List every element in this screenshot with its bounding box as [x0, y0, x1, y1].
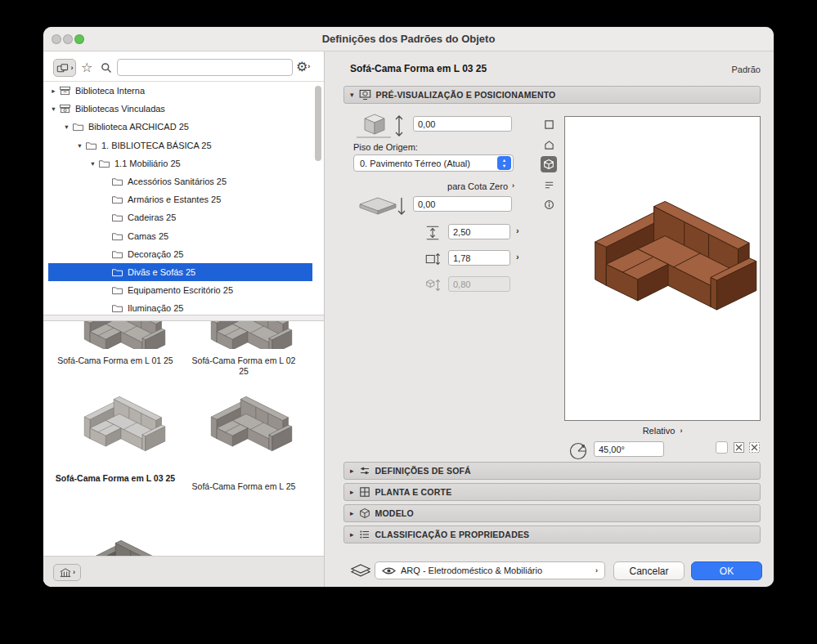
thumbnail-label[interactable]: Sofá-Cama Forma em L 25	[187, 481, 300, 492]
disclosure-triangle[interactable]: ▾	[88, 159, 98, 168]
folder-icon	[111, 285, 126, 295]
tree-scrollbar[interactable]	[314, 84, 322, 310]
library-settings-button[interactable]: ›	[53, 564, 81, 581]
tree-item[interactable]: Cadeiras 25	[48, 208, 312, 226]
panel-splitter[interactable]	[43, 315, 324, 321]
favorites-button[interactable]: ☆	[81, 60, 92, 75]
section-plan-section[interactable]: ▸ PLANTA E CORTE	[343, 483, 761, 501]
flip-horizontal-icon[interactable]	[733, 441, 745, 454]
section-model[interactable]: ▸ MODELO	[343, 504, 761, 522]
chevron-right-icon: ›	[680, 427, 682, 435]
object-settings-dialog: Definições dos Padrões do Objeto › ☆ ⚙	[43, 27, 774, 587]
object-thumbnail-l02[interactable]	[193, 321, 293, 349]
rotation-angle-input[interactable]	[594, 441, 664, 457]
object-thumbnail-l03-selected[interactable]	[66, 383, 166, 468]
home-story-value: 0. Pavimento Térreo (Atual)	[360, 159, 470, 168]
width-chevron-button[interactable]: ›	[516, 226, 519, 235]
object-3d-preview[interactable]	[564, 116, 761, 421]
tree-item-label: Camas 25	[126, 231, 168, 241]
chevron-right-icon: ›	[595, 567, 598, 575]
tree-item-label: Equipamento Escritório 25	[126, 285, 233, 295]
search-input[interactable]	[117, 59, 293, 76]
folder-icon	[111, 195, 126, 204]
section-collapsed-chevron-icon: ▸	[350, 489, 354, 496]
object-thumbnail-l25[interactable]	[193, 382, 293, 463]
layers-icon	[350, 563, 371, 579]
tree-item[interactable]: ▸ Biblioteca Interna	[48, 82, 312, 100]
section-preview-positioning[interactable]: ▾ PRÉ-VISUALIZAÇÃO E POSICIONAMENTO	[343, 86, 761, 104]
thumbnail-label[interactable]: Sofá-Cama Forma em L 02 25	[187, 356, 300, 377]
elevation-input[interactable]	[413, 116, 512, 132]
dimension-width-input[interactable]	[448, 224, 510, 239]
object-thumbnail-partial[interactable]	[66, 519, 168, 556]
front-view-icon	[544, 140, 554, 150]
mirror-checkbox[interactable]	[716, 441, 728, 454]
ok-button[interactable]: OK	[691, 561, 762, 580]
eye-icon	[382, 566, 396, 575]
tree-item[interactable]: ▾ Bibliotecas Vinculadas	[48, 100, 312, 118]
section-label: CLASSIFICAÇÃO E PROPRIEDADES	[375, 530, 530, 539]
home-story-label: Piso de Origem:	[353, 142, 418, 152]
section-sofa-settings[interactable]: ▸ DEFINIÇÕES DE SOFÁ	[343, 462, 761, 480]
thumbnail-label[interactable]: Sofá-Cama Forma em L 01 25	[50, 356, 181, 366]
object-thumbnail-l01[interactable]	[66, 321, 166, 349]
gear-icon: ⚙	[296, 59, 307, 74]
tree-item[interactable]: Camas 25	[48, 227, 312, 245]
section-label: DEFINIÇÕES DE SOFÁ	[375, 466, 471, 476]
tree-item[interactable]: ▾ Biblioteca ARCHICAD 25	[48, 118, 312, 136]
search-button[interactable]	[101, 62, 112, 74]
section-classification[interactable]: ▸ CLASSIFICAÇÃO E PROPRIEDADES	[343, 525, 761, 543]
preview-mode-front-button[interactable]	[541, 137, 556, 152]
to-sea-level-button[interactable]: para Cota Zero ›	[413, 179, 514, 193]
tree-item-label: Decoração 25	[126, 249, 184, 259]
section-label: PLANTA E CORTE	[375, 487, 452, 497]
disclosure-triangle[interactable]: ▾	[61, 123, 72, 131]
screen-background: Definições dos Padrões do Objeto › ☆ ⚙	[0, 0, 817, 644]
tree-item[interactable]: Divãs e Sofás 25	[48, 263, 312, 281]
layer-select[interactable]: ARQ - Eletrodoméstico & Mobiliário ›	[375, 561, 605, 579]
layer-name: ARQ - Eletrodoméstico & Mobiliário	[401, 566, 590, 575]
disclosure-triangle[interactable]: ▸	[48, 87, 59, 95]
preview-mode-3d-button[interactable]	[541, 156, 557, 172]
folder-stack-icon	[56, 63, 70, 74]
sofa-3d-render	[565, 117, 760, 420]
folder-icon	[98, 159, 113, 168]
search-icon	[101, 62, 112, 74]
relative-dropdown[interactable]: Relativo ›	[613, 426, 712, 436]
popup-chevron-icon: ›	[73, 569, 75, 576]
preview-mode-plan-button[interactable]	[541, 117, 556, 132]
tree-item[interactable]: Acessórios Sanitários 25	[48, 172, 312, 190]
dimension-depth-icon	[424, 251, 442, 267]
dimension-depth-input[interactable]	[448, 250, 510, 266]
disclosure-triangle[interactable]: ▾	[48, 105, 59, 113]
library-options-button[interactable]: ⚙›	[296, 59, 310, 74]
offset-input[interactable]	[413, 196, 512, 212]
tree-item[interactable]: Equipamento Escritório 25	[48, 281, 312, 299]
tree-item[interactable]: ▾ 1. BIBLIOTECA BÁSICA 25	[48, 136, 312, 154]
flip-vertical-icon[interactable]	[748, 441, 761, 454]
tree-item[interactable]: Iluminação 25	[48, 299, 312, 313]
browser-view-button[interactable]: ›	[53, 59, 76, 77]
model-cube-icon	[359, 508, 370, 519]
tree-item-label: 1.1 Mobiliário 25	[113, 159, 181, 168]
tree-scrollbar-thumb[interactable]	[315, 86, 321, 161]
title-bar: Definições dos Padrões do Objeto	[43, 27, 774, 51]
depth-chevron-button[interactable]: ›	[516, 253, 519, 262]
folder-icon	[85, 141, 100, 150]
tree-item[interactable]: ▾ 1.1 Mobiliário 25	[48, 154, 312, 172]
object-name-header: Sofá-Cama Forma em L 03 25	[350, 63, 487, 74]
home-story-select[interactable]: 0. Pavimento Térreo (Atual) ▲▼	[353, 154, 514, 172]
tree-item[interactable]: Armários e Estantes 25	[48, 190, 312, 208]
star-icon: ☆	[81, 60, 92, 75]
section-collapsed-chevron-icon: ▸	[350, 531, 354, 539]
dimension-height-input	[448, 276, 510, 292]
preview-mode-section-button[interactable]	[541, 177, 556, 192]
preview-mode-info-button[interactable]	[541, 197, 556, 212]
info-icon	[544, 199, 554, 210]
tree-item[interactable]: Decoração 25	[48, 245, 312, 263]
disclosure-triangle[interactable]: ▾	[74, 141, 85, 150]
thumbnail-label-selected[interactable]: Sofá-Cama Forma em L 03 25	[50, 473, 181, 484]
section-expanded-chevron-icon: ▾	[350, 92, 354, 99]
cancel-button[interactable]: Cancelar	[613, 561, 685, 580]
folder-icon	[111, 267, 126, 277]
